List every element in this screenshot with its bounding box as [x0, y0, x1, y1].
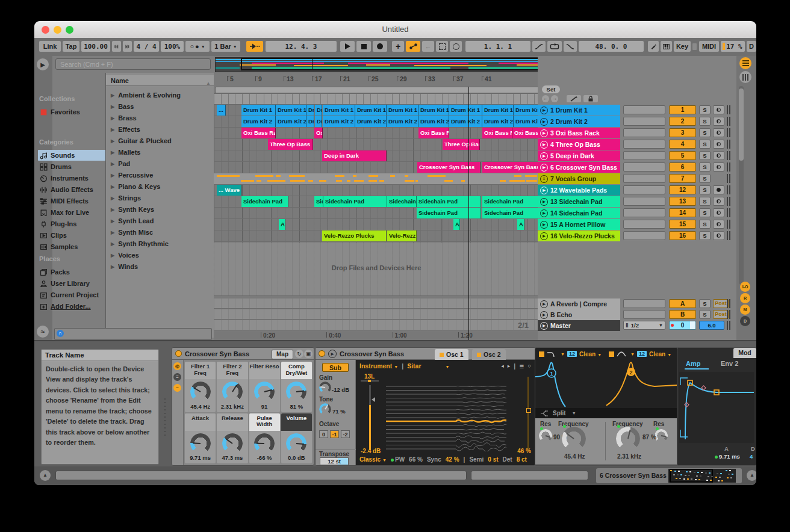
browser-fold-icon[interactable]: ▶ — [37, 58, 49, 70]
routing-dropdown-icon[interactable]: ▼ — [572, 411, 576, 415]
vocal-clip-fragment[interactable] — [369, 180, 377, 182]
filter2-curve[interactable]: 2 — [606, 359, 677, 408]
unfold-track-icon[interactable]: ▶ — [540, 322, 548, 330]
clip-deep-in-dark[interactable]: Deep in Dark — [322, 150, 387, 161]
tab-osc-1[interactable]: Osc 1 — [435, 349, 468, 360]
browser-folder-row[interactable]: ▶Winds — [106, 261, 214, 272]
filter-knob-value[interactable]: 87 % — [642, 434, 656, 441]
vocal-clip-fragment[interactable] — [500, 180, 506, 182]
vocal-clip-fragment[interactable] — [347, 180, 350, 182]
hide-devices-icon[interactable]: − — [173, 384, 181, 392]
track-header-3-oxi-bass-rack[interactable]: ▶3 Oxi Bass Rack3S — [538, 128, 734, 139]
macro-knob[interactable] — [286, 433, 306, 454]
capture-midi-button[interactable] — [406, 41, 420, 52]
solo-button[interactable]: S — [699, 208, 711, 217]
unfold-track-icon[interactable]: ▶ — [540, 187, 548, 194]
clip-drum-kit-1[interactable]: Drum Kit 1 — [514, 105, 538, 116]
browser-folder-row[interactable]: ▶Synth Lead — [106, 215, 214, 226]
clip-velo-rezzo-plucks[interactable]: Velo-Rezz — [387, 230, 417, 241]
track-header-1-drum-kit-1[interactable]: ▶1 Drum Kit 11S — [538, 105, 734, 116]
vocal-clip-fragment[interactable] — [444, 180, 453, 182]
key-map-button[interactable]: Key — [674, 41, 691, 52]
clip-a-hornet-pillow[interactable]: A — [517, 219, 524, 230]
vocal-clip-fragment[interactable] — [289, 175, 305, 177]
browser-folder-row[interactable]: ▶Synth Misc — [106, 227, 214, 238]
track-activator[interactable]: 3 — [669, 128, 696, 137]
tap-tempo-button[interactable]: Tap — [63, 41, 79, 52]
track-io-display[interactable] — [623, 299, 665, 308]
track-io-display[interactable] — [623, 174, 665, 183]
clip-drum-kit-2[interactable]: Drum Kit 2 — [482, 116, 514, 127]
play-button[interactable] — [340, 41, 355, 52]
vocal-clip-fragment[interactable] — [405, 180, 414, 182]
track-activator[interactable]: A — [669, 299, 696, 308]
punch-out-button[interactable] — [564, 41, 577, 52]
draw-selection-button[interactable] — [436, 41, 448, 52]
clip-sidechain-pad-13[interactable]: Sidechain Pad — [482, 196, 538, 207]
clip-sidechain-pad-14[interactable]: Sidechain Pad — [482, 208, 538, 218]
filter2-type-icon[interactable] — [617, 351, 626, 357]
record-button[interactable] — [373, 41, 387, 52]
vocal-clip-fragment[interactable] — [390, 175, 395, 177]
vocal-clip-fragment[interactable] — [354, 180, 364, 182]
clip-three-op-bass[interactable]: Three Op Bas — [443, 139, 480, 150]
solo-button[interactable]: S — [699, 151, 711, 160]
tab-env2[interactable]: Env 2 — [721, 360, 738, 367]
track-activator[interactable]: 1 — [669, 105, 696, 114]
expand-arrow-icon[interactable]: ▶ — [111, 104, 114, 110]
unfold-track-icon[interactable]: ▶ — [540, 107, 548, 114]
vocal-clip-fragment[interactable] — [267, 180, 285, 182]
sidebar-item-packs[interactable]: Packs — [38, 267, 105, 277]
track-io-display[interactable] — [623, 128, 665, 137]
hot-swap-icon[interactable]: ↻ — [295, 350, 303, 358]
unfold-track-icon[interactable]: ▶ — [540, 129, 548, 137]
track-activator[interactable]: 4 — [669, 140, 696, 149]
track-header-14-sidechain-pad[interactable]: ▶14 Sidechain Pad14S — [538, 208, 734, 219]
solo-button[interactable]: S — [699, 105, 711, 114]
track-io-display[interactable] — [623, 231, 665, 240]
master-pan[interactable]: 0 — [669, 321, 696, 330]
track-header-7-vocals-group[interactable]: ≡7 Vocals Group7S — [538, 173, 734, 185]
clip-oxi-bass-rack[interactable]: Oxi Bass Ra — [482, 128, 512, 138]
sidebar-item-current-project[interactable]: Current Project — [38, 289, 105, 300]
track-name[interactable]: ▶16 Velo-Rezzo Plucks — [538, 230, 620, 241]
nudge-down-button[interactable] — [112, 41, 121, 52]
track-header-2-drum-kit-2[interactable]: ▶2 Drum Kit 22S — [538, 116, 734, 128]
clip-drum-kit-2[interactable]: Drum Kit 2 — [315, 116, 322, 127]
expand-arrow-icon[interactable]: ▶ — [111, 264, 114, 270]
lane-drum-kit-2[interactable]: Drum Kit 2Drum Kit 2Drum Kit 2Drum Kit 2… — [214, 116, 539, 128]
solo-button[interactable]: S — [699, 174, 711, 183]
clip-drum-kit-2[interactable]: Drum Kit 2 — [387, 116, 418, 127]
sidebar-item-clips[interactable]: Clips — [38, 230, 105, 241]
track-io-display[interactable] — [623, 197, 665, 206]
track-header-a-reverb-compre[interactable]: ▶A Reverb | CompreASPost — [538, 298, 734, 310]
track-header-5-deep-in-dark[interactable]: ▶5 Deep in Dark5S — [538, 150, 734, 162]
wavetable-name-menu[interactable]: Sitar▼ — [407, 362, 449, 370]
wavetable-list-icon[interactable]: ≣ — [519, 363, 524, 370]
tab-amp[interactable]: Amp — [685, 360, 709, 370]
browser-folder-row[interactable]: ▶Pad — [106, 158, 214, 169]
sidebar-item-audio-effects[interactable]: Audio Effects — [38, 184, 105, 195]
effect-amount-value[interactable]: 46 % — [517, 448, 531, 454]
clip-drum-kit-2[interactable]: Drum Kit 2 — [355, 116, 387, 127]
routing-mode[interactable]: Split — [553, 410, 566, 416]
solo-button[interactable]: S — [699, 310, 711, 319]
macro-knob[interactable] — [190, 382, 211, 402]
track-header-b-echo[interactable]: ▶B EchoBSPost — [538, 309, 734, 321]
unfold-track-icon[interactable]: ▶ — [540, 164, 548, 172]
link-button[interactable]: Link — [39, 41, 61, 52]
macro-map-button[interactable]: Map — [272, 350, 293, 359]
device-chain-thumbnail[interactable] — [668, 469, 736, 483]
bar-ruler[interactable]: 591317212529333741 — [214, 74, 539, 85]
vocal-clip-fragment[interactable] — [319, 180, 326, 182]
punch-in-button[interactable] — [532, 41, 546, 52]
solo-button[interactable]: S — [699, 231, 711, 240]
track-header-master[interactable]: ▶Master‖1/2▼06.0 — [538, 320, 734, 332]
arm-button[interactable] — [713, 140, 724, 149]
track-name[interactable]: ▶14 Sidechain Pad — [538, 208, 620, 218]
device-fold-icon[interactable]: ▶ — [328, 350, 337, 358]
mixer-toggle-i-o[interactable]: I-O — [740, 282, 750, 292]
info-panel-resize-handle[interactable] — [164, 398, 166, 436]
filter2-type-dropdown-icon[interactable]: ▼ — [630, 352, 635, 356]
clip-drum-kit-1[interactable]: Drum Kit 1 — [482, 105, 514, 116]
